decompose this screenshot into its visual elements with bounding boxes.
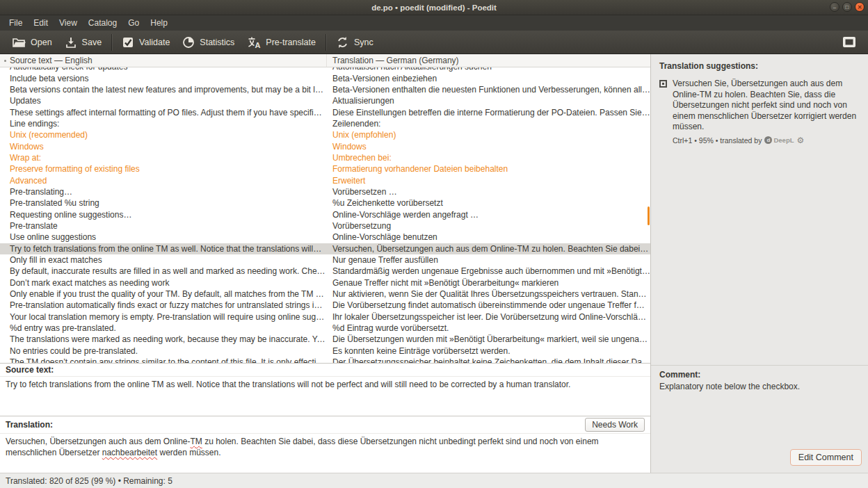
edit-comment-button[interactable]: Edit Comment (790, 449, 862, 466)
table-row[interactable]: Pre-translateVorübersetzung (0, 220, 650, 231)
save-icon (65, 36, 77, 49)
table-row[interactable]: Include beta versionsBeta-Versionen einb… (0, 72, 650, 83)
sidebar-toggle-button[interactable] (836, 33, 862, 51)
comment-title: Comment: (659, 370, 862, 380)
translation-panel-header: Translation: Needs Work (0, 416, 650, 434)
translation-cell: Beta-Versionen einbeziehen (327, 74, 650, 83)
table-header: Source text — English Translation — Germ… (0, 54, 650, 67)
misspelled-word: TM (191, 437, 202, 446)
suggestion-item[interactable]: Versuchen Sie, Übersetzungen auch aus de… (659, 79, 862, 133)
validate-button[interactable]: Validate (115, 33, 176, 52)
menu-bar: FileEditViewCatalogGoHelp (0, 15, 868, 31)
table-row[interactable]: The TM doesn’t contain any strings simil… (0, 357, 650, 363)
needs-work-button[interactable]: Needs Work (585, 418, 645, 432)
sidebar-spacer (659, 145, 862, 366)
menu-item-help[interactable]: Help (145, 16, 173, 30)
menu-item-catalog[interactable]: Catalog (83, 16, 122, 30)
source-cell: Requesting online suggestions… (0, 210, 327, 220)
statistics-button[interactable]: Statistics (176, 33, 241, 52)
status-text: Translated: 820 of 825 (99 %) • Remainin… (6, 476, 172, 486)
table-row[interactable]: Unix (recommended)Unix (empfohlen) (0, 129, 650, 140)
table-row[interactable]: Wrap at:Umbrechen bei: (0, 152, 650, 163)
menu-item-edit[interactable]: Edit (28, 16, 54, 30)
table-row[interactable]: Pre-translation automatically finds exac… (0, 300, 650, 311)
source-cell: By default, inaccurate results are fille… (0, 266, 327, 276)
deepl-logo-icon: d DeepL (764, 136, 794, 144)
translation-text[interactable]: Versuchen, Übersetzungen auch aus dem On… (0, 434, 650, 460)
source-cell: Use online suggestions (0, 232, 327, 242)
translation-cell: Nur genaue Treffer ausfüllen (327, 255, 650, 265)
sidebar-toggle-icon (842, 36, 856, 48)
toolbar-separator (326, 34, 326, 51)
table-row[interactable]: No entries could be pre-translated.Es ko… (0, 345, 650, 357)
table-row[interactable]: Don’t mark exact matches as needing work… (0, 277, 650, 288)
translation-cell: Versuchen, Übersetzungen auch aus dem On… (327, 244, 650, 254)
sync-button[interactable]: Sync (330, 33, 380, 52)
open-button[interactable]: Open (6, 33, 58, 52)
table-row[interactable]: Try to fetch translations from the onlin… (0, 243, 650, 254)
table-row[interactable]: AdvancedErweitert (0, 174, 650, 186)
table-row[interactable]: Only fill in exact matchesNur genaue Tre… (0, 254, 650, 266)
save-button[interactable]: Save (58, 33, 108, 52)
translation-cell: Umbrechen bei: (327, 153, 650, 163)
source-cell: Updates (0, 96, 327, 106)
translation-cell: Online-Vorschläge werden angefragt … (327, 210, 650, 220)
column-header-translation[interactable]: Translation — German (Germany) (327, 56, 650, 65)
table-row[interactable]: Pre-translated %u string%u Zeichenkette … (0, 197, 650, 209)
table-row[interactable]: WindowsWindows (0, 140, 650, 152)
gear-icon[interactable]: ⚙ (797, 136, 805, 145)
title-bar: de.po • poedit (modified) - Poedit ‒ □ ✕ (0, 0, 868, 15)
editor-pane: Source text — English Translation — Germ… (0, 54, 651, 473)
source-cell: Wrap at: (0, 153, 327, 163)
sidebar: Translation suggestions: Versuchen Sie, … (651, 54, 868, 473)
translation-segment: Versuchen, Übersetzungen auch aus dem On… (6, 437, 191, 446)
sort-indicator-icon (4, 60, 6, 62)
validate-icon (122, 36, 134, 49)
source-cell: Pre-translated %u string (0, 198, 327, 208)
translation-cell: Diese Einstellungen betreffen die intern… (327, 108, 650, 117)
translation-cell: Die Vorübersetzung findet automatisch üb… (327, 300, 650, 310)
translation-cell: Automatisch nach Aktualisierungen suchen (327, 67, 650, 72)
source-cell: Include beta versions (0, 74, 327, 83)
table-row[interactable]: %d entry was pre-translated.%d Eintrag w… (0, 323, 650, 334)
source-panel-header: Source text: (0, 364, 650, 377)
table-row[interactable]: The translations were marked as needing … (0, 334, 650, 345)
table-row[interactable]: Requesting online suggestions…Online-Vor… (0, 209, 650, 220)
menu-item-go[interactable]: Go (122, 16, 145, 30)
translation-cell: %u Zeichenkette vorübersetzt (327, 198, 650, 208)
translation-cell: Windows (327, 142, 650, 152)
source-cell: %d entry was pre-translated. (0, 323, 327, 333)
validate-label: Validate (139, 38, 170, 47)
translation-segment: werden müssen. (157, 448, 220, 457)
source-cell: Your local translation memory is empty. … (0, 312, 327, 322)
table-row[interactable]: Only enable if you trust the quality of … (0, 288, 650, 300)
source-text-label: Source text: (6, 365, 54, 375)
vertical-scrollbar[interactable] (648, 206, 650, 225)
source-cell: Automatically check for updates (0, 67, 327, 72)
table-row[interactable]: Your local translation memory is empty. … (0, 311, 650, 323)
table-row[interactable]: Preserve formatting of existing filesFor… (0, 163, 650, 174)
menu-item-file[interactable]: File (3, 16, 28, 30)
sync-icon (336, 36, 349, 49)
translation-panel: Translation: Needs Work Versuchen, Übers… (0, 416, 650, 473)
source-text-panel: Source text: Try to fetch translations f… (0, 363, 650, 416)
table-row[interactable]: UpdatesAktualisierungen (0, 95, 650, 106)
table-row[interactable]: Beta versions contain the latest new fea… (0, 84, 650, 95)
pre-translate-button[interactable]: A Pre-translate (241, 33, 322, 52)
source-cell: Windows (0, 142, 327, 152)
minimize-button[interactable]: ‒ (830, 2, 839, 12)
table-row[interactable]: Line endings:Zeilenenden: (0, 118, 650, 129)
table-row[interactable]: Automatically check for updatesAutomatis… (0, 67, 650, 72)
string-list[interactable]: Automatically check for updatesAutomatis… (0, 67, 650, 363)
table-row[interactable]: These settings affect internal formattin… (0, 106, 650, 117)
maximize-button[interactable]: □ (842, 2, 852, 12)
menu-item-view[interactable]: View (54, 16, 83, 30)
column-header-source[interactable]: Source text — English (0, 54, 327, 67)
statistics-label: Statistics (200, 38, 234, 47)
translation-cell: Beta-Versionen enthalten die neuesten Fu… (327, 85, 650, 95)
table-row[interactable]: Pre-translating…Vorübersetzen … (0, 186, 650, 197)
source-cell: Unix (recommended) (0, 130, 327, 140)
table-row[interactable]: By default, inaccurate results are fille… (0, 266, 650, 277)
table-row[interactable]: Use online suggestionsOnline-Vorschläge … (0, 231, 650, 243)
close-button[interactable]: ✕ (855, 2, 865, 12)
